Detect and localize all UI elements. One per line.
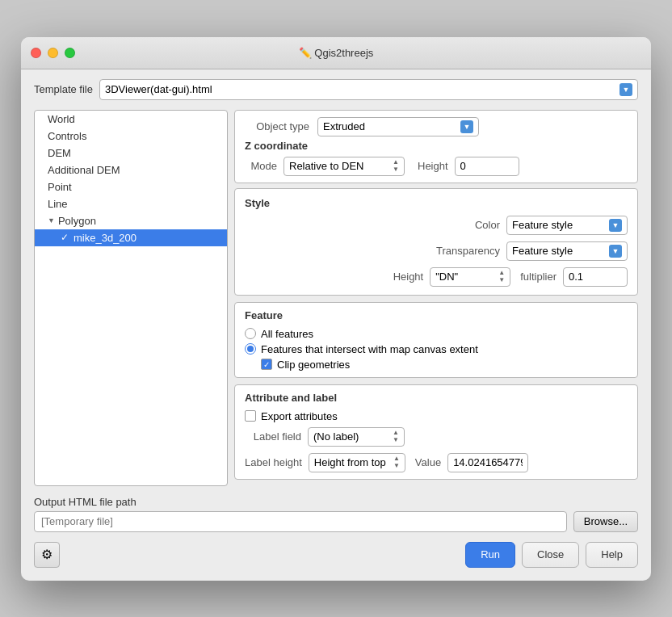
height-label: Height bbox=[418, 160, 448, 172]
multiplier-input[interactable] bbox=[563, 267, 628, 287]
color-row: Color Feature style ▼ bbox=[245, 216, 628, 235]
color-arrow-icon[interactable]: ▼ bbox=[609, 219, 622, 232]
radio-dot bbox=[247, 346, 254, 352]
label-height-value: Height from top bbox=[314, 456, 386, 468]
color-value: Feature style bbox=[512, 219, 573, 231]
label-height-select-wrapper: Height from top ▲ ▼ bbox=[309, 453, 405, 472]
clip-label: Clip geometries bbox=[277, 359, 350, 371]
tree-item-dem[interactable]: DEM bbox=[35, 145, 227, 162]
z-coordinate-label: Z coordinate bbox=[245, 140, 628, 152]
lf-up-icon[interactable]: ▲ bbox=[393, 430, 399, 436]
label-height-select[interactable]: Height from top ▲ ▼ bbox=[309, 453, 405, 472]
height-style-label: Height bbox=[359, 271, 423, 283]
label-field-value: (No label) bbox=[313, 430, 359, 443]
tree-item-mike3d-label: mike_3d_200 bbox=[74, 232, 136, 244]
tree-item-controls[interactable]: Controls bbox=[35, 128, 227, 145]
minimize-button[interactable] bbox=[48, 48, 58, 58]
maximize-button[interactable] bbox=[65, 48, 75, 58]
style-label: Style bbox=[245, 197, 628, 209]
main-area: World Controls DEM Additional DEM Point … bbox=[34, 110, 638, 486]
lh-up-icon[interactable]: ▲ bbox=[393, 455, 400, 462]
button-group: Run Close Help bbox=[465, 542, 638, 568]
template-row: Template file 3DViewer(dat-gui).html ▼ bbox=[34, 79, 638, 100]
label-field-select[interactable]: (No label) ▲ ▼ bbox=[308, 427, 405, 447]
template-value: 3DViewer(dat-gui).html bbox=[105, 83, 212, 95]
object-type-row: Object type Extruded ▼ bbox=[245, 117, 628, 136]
tree-item-mike3d[interactable]: ✓ mike_3d_200 bbox=[35, 229, 227, 246]
close-button[interactable] bbox=[31, 48, 41, 58]
window-title: ✏️ Qgis2threejs bbox=[299, 47, 374, 59]
object-type-select[interactable]: Extruded ▼ bbox=[317, 117, 479, 136]
value-input[interactable] bbox=[447, 453, 528, 472]
object-type-arrow-icon[interactable]: ▼ bbox=[460, 120, 473, 133]
gear-icon: ⚙ bbox=[41, 547, 52, 562]
mode-value: Relative to DEN bbox=[289, 160, 363, 172]
label-height-row: Label height Height from top ▲ ▼ Value bbox=[245, 453, 628, 472]
tree-item-point[interactable]: Point bbox=[35, 178, 227, 195]
help-button[interactable]: Help bbox=[586, 542, 638, 568]
tree-item-line[interactable]: Line bbox=[35, 195, 227, 212]
object-type-value: Extruded bbox=[323, 120, 365, 132]
label-field-label: Label field bbox=[245, 430, 301, 443]
intersect-row: Features that intersect with map canvas … bbox=[245, 343, 628, 355]
transparency-label: Transparency bbox=[435, 245, 500, 257]
intersect-radio[interactable] bbox=[245, 343, 256, 355]
output-input[interactable] bbox=[34, 511, 567, 532]
all-features-row: All features bbox=[245, 328, 628, 340]
transparency-select[interactable]: Feature style ▼ bbox=[506, 241, 628, 261]
action-row: ⚙ Run Close Help bbox=[34, 542, 638, 568]
output-label: Output HTML file path bbox=[34, 496, 638, 508]
collapse-icon: ▼ bbox=[48, 216, 55, 225]
transparency-value: Feature style bbox=[512, 245, 573, 257]
lh-down-icon[interactable]: ▼ bbox=[393, 463, 400, 469]
run-button[interactable]: Run bbox=[465, 542, 515, 568]
template-select[interactable]: 3DViewer(dat-gui).html ▼ bbox=[99, 79, 638, 100]
height-input[interactable] bbox=[455, 157, 519, 176]
check-icon: ✓ bbox=[61, 232, 69, 243]
mode-up-icon[interactable]: ▲ bbox=[393, 159, 399, 166]
tree-item-world[interactable]: World bbox=[35, 111, 227, 128]
template-label: Template file bbox=[34, 83, 93, 95]
intersect-label: Features that intersect with map canvas … bbox=[261, 343, 478, 355]
close-button-main[interactable]: Close bbox=[522, 542, 579, 568]
multiplier-label: fultiplier bbox=[520, 271, 556, 283]
main-window: ✏️ Qgis2threejs Template file 3DViewer(d… bbox=[21, 37, 651, 581]
attribute-section-label: Attribute and label bbox=[245, 392, 628, 404]
hf-down-icon[interactable]: ▼ bbox=[498, 277, 505, 283]
tree-item-polygon[interactable]: ▼ Polygon bbox=[35, 212, 227, 229]
layer-tree: World Controls DEM Additional DEM Point … bbox=[34, 110, 228, 486]
traffic-lights bbox=[31, 48, 75, 58]
color-select[interactable]: Feature style ▼ bbox=[506, 216, 628, 235]
browse-button[interactable]: Browse... bbox=[573, 511, 638, 532]
mode-down-icon[interactable]: ▼ bbox=[393, 166, 399, 173]
right-panel: Object type Extruded ▼ Z coordinate Mode… bbox=[234, 110, 638, 486]
mode-select[interactable]: Relative to DEN ▲ ▼ bbox=[284, 157, 405, 176]
export-label: Export attributes bbox=[261, 410, 338, 422]
style-section: Style Color Feature style ▼ Transparency… bbox=[234, 188, 638, 296]
feature-label: Feature bbox=[245, 309, 628, 321]
all-features-radio[interactable] bbox=[245, 328, 256, 339]
height-style-row: Height "DN" ▲ ▼ fultiplier bbox=[245, 267, 628, 287]
transparency-arrow-icon[interactable]: ▼ bbox=[609, 245, 622, 258]
template-arrow-icon[interactable]: ▼ bbox=[620, 83, 632, 96]
all-features-label: All features bbox=[261, 328, 313, 340]
object-type-label: Object type bbox=[245, 120, 309, 132]
export-checkbox[interactable] bbox=[245, 410, 256, 422]
tree-item-additional-dem[interactable]: Additional DEM bbox=[35, 162, 227, 178]
hf-up-icon[interactable]: ▲ bbox=[498, 270, 505, 276]
lf-down-icon[interactable]: ▼ bbox=[393, 437, 399, 443]
height-field-value: "DN" bbox=[435, 271, 458, 283]
content-area: Template file 3DViewer(dat-gui).html ▼ W… bbox=[21, 69, 651, 581]
clip-row: ✓ Clip geometries bbox=[245, 359, 628, 371]
object-type-section: Object type Extruded ▼ Z coordinate Mode… bbox=[234, 110, 638, 183]
attribute-section: Attribute and label Export attributes La… bbox=[234, 384, 638, 480]
value-label: Value bbox=[415, 456, 441, 468]
output-row: Browse... bbox=[34, 511, 638, 532]
mode-label: Mode bbox=[245, 160, 277, 172]
settings-button[interactable]: ⚙ bbox=[34, 542, 60, 568]
clip-checkbox[interactable]: ✓ bbox=[261, 359, 272, 370]
color-label: Color bbox=[435, 219, 500, 231]
height-field-select[interactable]: "DN" ▲ ▼ bbox=[430, 267, 510, 287]
mode-select-wrapper: Relative to DEN ▲ ▼ bbox=[284, 157, 405, 176]
titlebar: ✏️ Qgis2threejs bbox=[21, 37, 651, 69]
